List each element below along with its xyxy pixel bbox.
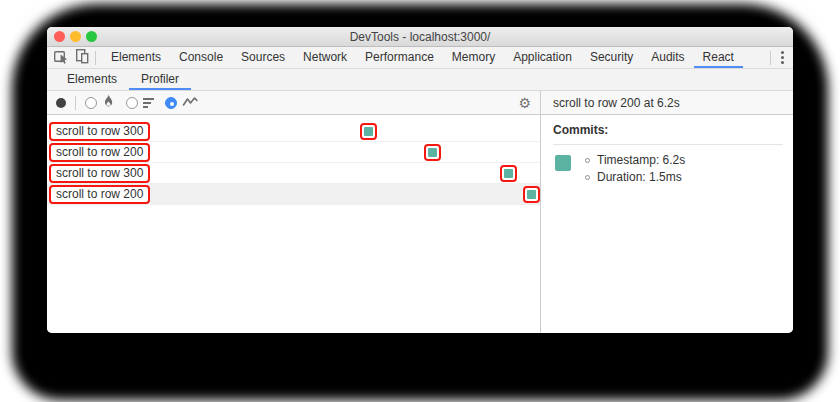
commit-square-icon: [527, 190, 536, 199]
toolbar-divider: [95, 51, 96, 65]
tab-audits[interactable]: Audits: [642, 47, 693, 68]
bullet-icon: [585, 158, 590, 163]
tab-sources[interactable]: Sources: [232, 47, 294, 68]
interactions-list: scroll to row 300scroll to row 200scroll…: [47, 115, 540, 333]
sidebar-divider: [553, 144, 783, 145]
view-option-interactions[interactable]: [165, 94, 198, 112]
window-title: DevTools - localhost:3000/: [350, 30, 491, 44]
more-options-icon[interactable]: [779, 49, 786, 66]
commit-marker[interactable]: [523, 186, 540, 203]
interaction-row[interactable]: scroll to row 200: [47, 184, 540, 205]
tab-security[interactable]: Security: [581, 47, 642, 68]
devtools-tabbar: ElementsConsoleSourcesNetworkPerformance…: [47, 47, 793, 69]
tab-react[interactable]: React: [694, 47, 743, 68]
settings-gear-icon[interactable]: ⚙: [518, 96, 531, 110]
commit-marker[interactable]: [360, 123, 377, 140]
tab-application[interactable]: Application: [504, 47, 581, 68]
commit-marker[interactable]: [424, 144, 441, 161]
interaction-label[interactable]: scroll to row 200: [49, 143, 150, 162]
bullet-icon: [585, 175, 590, 180]
interaction-row[interactable]: scroll to row 300: [47, 163, 540, 184]
tab-performance[interactable]: Performance: [356, 47, 443, 68]
toolbar-divider: [75, 96, 76, 110]
interaction-label[interactable]: scroll to row 200: [49, 185, 150, 204]
view-option-flamegraph[interactable]: [85, 94, 115, 112]
selected-interaction-header: scroll to row 200 at 6.2s: [541, 91, 793, 115]
inspect-element-icon[interactable]: [53, 48, 69, 68]
minimize-window-icon[interactable]: [70, 31, 81, 42]
zoom-window-icon[interactable]: [86, 31, 97, 42]
interaction-row[interactable]: scroll to row 300: [47, 121, 540, 142]
flamegraph-radio[interactable]: [85, 97, 97, 109]
commit-square-icon: [504, 169, 513, 178]
subtab-profiler[interactable]: Profiler: [129, 69, 191, 90]
traffic-lights: [54, 27, 97, 46]
ranked-radio[interactable]: [126, 97, 138, 109]
react-subtabbar: ElementsProfiler: [47, 69, 793, 91]
sidebar-commit-list: Timestamp: 6.2sDuration: 1.5ms: [553, 153, 783, 184]
interactions-panel: ⚙ scroll to row 300scroll to row 200scro…: [47, 91, 541, 333]
toolbar-divider: [770, 51, 771, 65]
commit-timestamp: Timestamp: 6.2s: [585, 153, 685, 167]
commit-details-panel: scroll to row 200 at 6.2s Commits: Times…: [541, 91, 793, 333]
tab-memory[interactable]: Memory: [443, 47, 504, 68]
ranked-chart-icon: [143, 98, 154, 108]
commit-marker[interactable]: [500, 165, 517, 182]
commit-square-icon: [364, 127, 373, 136]
tab-network[interactable]: Network: [294, 47, 356, 68]
commit-color-swatch-icon: [555, 155, 571, 171]
tab-console[interactable]: Console: [170, 47, 232, 68]
devtools-tabbar-tabs: ElementsConsoleSourcesNetworkPerformance…: [102, 47, 770, 68]
subtab-elements[interactable]: Elements: [55, 69, 129, 90]
commit-square-icon: [428, 148, 437, 157]
interaction-label[interactable]: scroll to row 300: [49, 164, 150, 183]
titlebar: DevTools - localhost:3000/: [47, 27, 793, 47]
commit-duration: Duration: 1.5ms: [585, 170, 685, 184]
view-option-ranked[interactable]: [126, 97, 154, 109]
device-toolbar-icon[interactable]: [74, 48, 90, 68]
interactions-radio[interactable]: [165, 97, 177, 109]
record-button[interactable]: [56, 98, 66, 108]
tab-elements[interactable]: Elements: [102, 47, 170, 68]
interaction-row[interactable]: scroll to row 200: [47, 142, 540, 163]
devtools-window: DevTools - localhost:3000/ ElementsConso…: [47, 27, 793, 333]
profiler-main: ⚙ scroll to row 300scroll to row 200scro…: [47, 91, 793, 333]
close-window-icon[interactable]: [54, 31, 65, 42]
flamegraph-icon: [102, 94, 115, 112]
commits-heading: Commits:: [553, 123, 783, 137]
selected-interaction-title: scroll to row 200 at 6.2s: [541, 96, 680, 110]
commit-entry[interactable]: Timestamp: 6.2sDuration: 1.5ms: [553, 153, 783, 184]
profiler-toolbar: ⚙: [47, 91, 540, 115]
interactions-chart-icon: [182, 94, 198, 112]
interaction-label[interactable]: scroll to row 300: [49, 122, 150, 141]
